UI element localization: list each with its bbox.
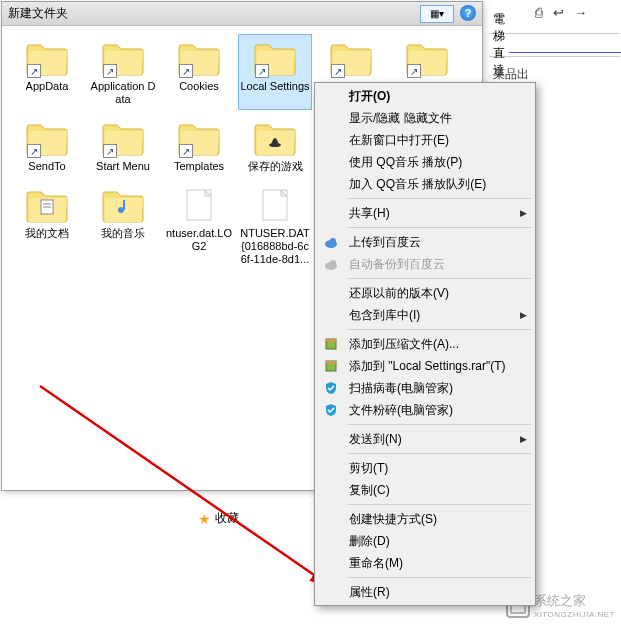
menu-item[interactable]: 扫描病毒(电脑管家): [317, 377, 533, 399]
menu-item-label: 文件粉碎(电脑管家): [349, 402, 453, 419]
menu-item[interactable]: 添加到 "Local Settings.rar"(T): [317, 355, 533, 377]
menu-item[interactable]: 属性(R): [317, 581, 533, 603]
print-icon[interactable]: ⎙: [535, 5, 543, 20]
folder-shortcut-icon: ↗: [175, 118, 223, 158]
file-label: Start Menu: [96, 160, 150, 173]
forward-icon[interactable]: →: [574, 5, 587, 20]
watermark-brand: 系统之家: [534, 592, 615, 610]
file-label: Application Data: [88, 80, 158, 106]
menu-item-label: 显示/隐藏 隐藏文件: [349, 110, 452, 127]
menu-item-label: 自动备份到百度云: [349, 256, 445, 273]
folder-shortcut-icon: ↗: [99, 118, 147, 158]
svg-point-22: [330, 260, 336, 266]
view-toggle-button[interactable]: ▦▾: [420, 5, 454, 23]
menu-item[interactable]: 文件粉碎(电脑管家): [317, 399, 533, 421]
svg-point-20: [330, 238, 336, 244]
folder-shortcut-icon: ↗: [251, 38, 299, 78]
menu-item[interactable]: 创建快捷方式(S): [317, 508, 533, 530]
menu-item: 自动备份到百度云: [317, 253, 533, 275]
file-label: Templates: [174, 160, 224, 173]
folder-shortcut-icon: ↗: [23, 118, 71, 158]
menu-item-label: 删除(D): [349, 533, 390, 550]
back-icon[interactable]: ↩: [553, 5, 564, 20]
file-label: 我的音乐: [101, 227, 145, 240]
menu-item[interactable]: 还原以前的版本(V): [317, 282, 533, 304]
shortcut-arrow-icon: ↗: [179, 144, 193, 158]
menu-item-label: 包含到库中(I): [349, 307, 420, 324]
menu-item-label: 使用 QQ音乐 播放(P): [349, 154, 462, 171]
menu-item[interactable]: 显示/隐藏 隐藏文件: [317, 107, 533, 129]
shortcut-arrow-icon: ↗: [27, 144, 41, 158]
elevator-input[interactable]: [509, 37, 621, 53]
file-item[interactable]: ↗Cookies: [162, 34, 236, 110]
shortcut-arrow-icon: ↗: [331, 64, 345, 78]
menu-item[interactable]: 打开(O): [317, 85, 533, 107]
menu-separator: [347, 198, 531, 199]
menu-item[interactable]: 共享(H)▶: [317, 202, 533, 224]
menu-separator: [347, 329, 531, 330]
file-item[interactable]: 保存的游戏: [238, 114, 312, 177]
menu-item[interactable]: 包含到库中(I)▶: [317, 304, 533, 326]
menu-item-label: 复制(C): [349, 482, 390, 499]
menu-item-label: 添加到压缩文件(A)...: [349, 336, 459, 353]
file-item[interactable]: NTUSER.DAT{016888bd-6c6f-11de-8d1...: [238, 181, 312, 270]
menu-item[interactable]: 发送到(N)▶: [317, 428, 533, 450]
watermark-url: XITONGZHIJIA.NET: [534, 610, 615, 619]
right-toolbar: ⎙ ↩ →: [489, 1, 620, 23]
submenu-arrow-icon: ▶: [520, 434, 527, 444]
menu-item-label: 共享(H): [349, 205, 390, 222]
folder-shortcut-icon: ↗: [175, 38, 223, 78]
shortcut-arrow-icon: ↗: [255, 64, 269, 78]
file-item[interactable]: ↗Local Settings: [238, 34, 312, 110]
file-label: 保存的游戏: [248, 160, 303, 173]
folder-shortcut-icon: ↗: [23, 38, 71, 78]
shortcut-arrow-icon: ↗: [103, 144, 117, 158]
cloud-gray-icon: [323, 256, 339, 272]
shortcut-arrow-icon: ↗: [27, 64, 41, 78]
menu-item-label: 扫描病毒(电脑管家): [349, 380, 453, 397]
file-blank-icon: [251, 185, 299, 225]
svg-rect-24: [326, 339, 336, 342]
menu-item[interactable]: 加入 QQ音乐 播放队列(E): [317, 173, 533, 195]
menu-item-label: 添加到 "Local Settings.rar"(T): [349, 358, 506, 375]
file-item[interactable]: 我的文档: [10, 181, 84, 270]
menu-item-label: 属性(R): [349, 584, 390, 601]
file-label: Cookies: [179, 80, 219, 93]
help-icon[interactable]: ?: [460, 5, 476, 21]
file-item[interactable]: ↗Application Data: [86, 34, 160, 110]
folder-shortcut-icon: ↗: [99, 38, 147, 78]
file-item[interactable]: ↗SendTo: [10, 114, 84, 177]
file-item[interactable]: ↗Start Menu: [86, 114, 160, 177]
file-item[interactable]: ↗Templates: [162, 114, 236, 177]
menu-item[interactable]: 复制(C): [317, 479, 533, 501]
file-label: AppData: [26, 80, 69, 93]
menu-item[interactable]: 在新窗口中打开(E): [317, 129, 533, 151]
menu-item[interactable]: 上传到百度云: [317, 231, 533, 253]
file-item[interactable]: ↗AppData: [10, 34, 84, 110]
submenu-arrow-icon: ▶: [520, 310, 527, 320]
menu-item-label: 发送到(N): [349, 431, 402, 448]
cloud-blue-icon: [323, 234, 339, 250]
menu-separator: [347, 453, 531, 454]
menu-item-label: 重命名(M): [349, 555, 403, 572]
file-label: NTUSER.DAT{016888bd-6c6f-11de-8d1...: [240, 227, 310, 266]
menu-item-label: 剪切(T): [349, 460, 388, 477]
folder-shortcut-icon: ↗: [403, 38, 451, 78]
file-item[interactable]: ntuser.dat.LOG2: [162, 181, 236, 270]
svg-rect-26: [326, 361, 336, 364]
file-blank-icon: [175, 185, 223, 225]
file-item[interactable]: 我的音乐: [86, 181, 160, 270]
menu-item-label: 在新窗口中打开(E): [349, 132, 449, 149]
menu-separator: [347, 577, 531, 578]
shortcut-arrow-icon: ↗: [103, 64, 117, 78]
favorite-button[interactable]: ★ 收藏: [198, 510, 239, 527]
file-label: SendTo: [28, 160, 65, 173]
menu-item[interactable]: 剪切(T): [317, 457, 533, 479]
menu-item[interactable]: 添加到压缩文件(A)...: [317, 333, 533, 355]
menu-item-label: 打开(O): [349, 88, 390, 105]
menu-item[interactable]: 使用 QQ音乐 播放(P): [317, 151, 533, 173]
shortcut-arrow-icon: ↗: [407, 64, 421, 78]
menu-item[interactable]: 重命名(M): [317, 552, 533, 574]
folder-doc-icon: [23, 185, 71, 225]
menu-item[interactable]: 删除(D): [317, 530, 533, 552]
